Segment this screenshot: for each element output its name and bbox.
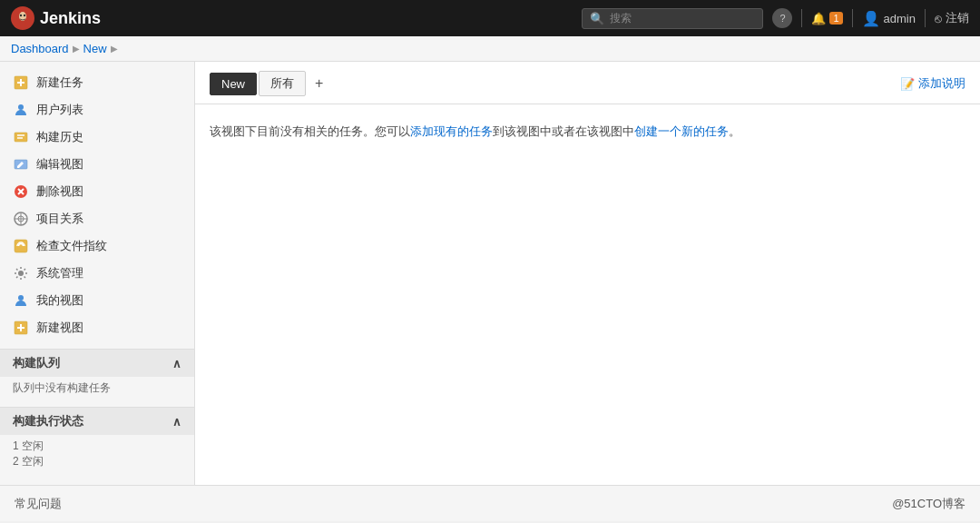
sidebar-label-edit-view: 编辑视图 bbox=[36, 156, 83, 173]
build-exec-item-2: 2 空闲 bbox=[13, 454, 181, 469]
sidebar-label-new-task: 新建任务 bbox=[36, 74, 83, 91]
breadcrumb-sep-2: ▶ bbox=[111, 44, 118, 54]
content-desc: 该视图下目前没有相关的任务。您可以 bbox=[210, 124, 410, 138]
add-existing-task-link[interactable]: 添加现有的任务 bbox=[410, 124, 493, 138]
build-queue-empty: 队列中没有构建任务 bbox=[13, 381, 111, 394]
build-queue-title: 构建队列 bbox=[13, 355, 60, 371]
main-area: New 所有 + 📝 添加说明 该视图下目前没有相关的任务。您可以添加现有的任务… bbox=[195, 62, 980, 485]
create-new-task-link[interactable]: 创建一个新的任务 bbox=[634, 124, 729, 138]
sidebar: 新建任务 用户列表 构建历史 编辑视图 删除视图 bbox=[0, 62, 195, 485]
breadcrumb-dashboard[interactable]: Dashboard bbox=[11, 42, 69, 55]
notifications-button[interactable]: 🔔 1 bbox=[811, 12, 842, 25]
svg-rect-5 bbox=[17, 23, 20, 27]
sidebar-item-system-manage[interactable]: 系统管理 bbox=[0, 260, 194, 287]
build-exec-header[interactable]: 构建执行状态 ∧ bbox=[0, 408, 194, 435]
build-exec-section: 构建执行状态 ∧ 1 空闲 2 空闲 bbox=[0, 407, 194, 473]
tab-bar: New 所有 + bbox=[210, 71, 330, 96]
help-button[interactable]: ? bbox=[772, 8, 792, 28]
check-fingerprint-icon bbox=[13, 238, 29, 254]
content-end: 。 bbox=[729, 124, 740, 138]
sidebar-label-check-fingerprint: 检查文件指纹 bbox=[36, 238, 107, 254]
build-queue-content: 队列中没有构建任务 bbox=[0, 377, 194, 400]
breadcrumb-sep-1: ▶ bbox=[73, 44, 80, 54]
sidebar-item-project-relation[interactable]: 项目关系 bbox=[0, 205, 194, 232]
notification-badge: 1 bbox=[829, 12, 842, 25]
layout: 新建任务 用户列表 构建历史 编辑视图 删除视图 bbox=[0, 62, 980, 485]
sidebar-label-delete-view: 删除视图 bbox=[36, 183, 83, 200]
logo: Jenkins bbox=[11, 6, 101, 30]
footer-left: 常见问题 bbox=[15, 496, 62, 512]
svg-point-24 bbox=[18, 295, 24, 301]
logout-label: 注销 bbox=[946, 10, 969, 26]
sidebar-label-system-manage: 系统管理 bbox=[36, 265, 83, 281]
build-queue-section: 构建队列 ∧ 队列中没有构建任务 bbox=[0, 349, 194, 400]
add-description-icon: 📝 bbox=[900, 77, 915, 91]
add-description-button[interactable]: 📝 添加说明 bbox=[900, 75, 965, 92]
sidebar-label-build-history: 构建历史 bbox=[36, 129, 83, 145]
project-relation-icon bbox=[13, 211, 29, 227]
user-icon: 👤 bbox=[862, 10, 880, 27]
svg-rect-11 bbox=[15, 133, 27, 142]
delete-view-icon bbox=[13, 183, 29, 200]
main-content: 该视图下目前没有相关的任务。您可以添加现有的任务到该视图中或者在该视图中创建一个… bbox=[195, 104, 980, 160]
breadcrumb-new[interactable]: New bbox=[83, 42, 107, 55]
build-exec-content: 1 空闲 2 空闲 bbox=[0, 435, 194, 473]
sidebar-item-user-list[interactable]: 用户列表 bbox=[0, 96, 194, 123]
logout-button[interactable]: ⎋ 注销 bbox=[935, 10, 969, 26]
logo-icon bbox=[11, 6, 34, 30]
sidebar-label-project-relation: 项目关系 bbox=[36, 211, 83, 227]
user-menu[interactable]: 👤 admin bbox=[862, 10, 916, 27]
search-icon: 🔍 bbox=[590, 12, 604, 25]
system-manage-icon bbox=[13, 265, 29, 281]
build-exec-item-1: 1 空闲 bbox=[13, 439, 181, 454]
content-middle: 到该视图中或者在该视图中 bbox=[493, 124, 634, 138]
my-view-icon bbox=[13, 292, 29, 309]
user-name: admin bbox=[884, 12, 916, 25]
breadcrumb: Dashboard ▶ New ▶ bbox=[0, 36, 980, 62]
header-divider-3 bbox=[925, 9, 926, 27]
svg-point-23 bbox=[18, 271, 24, 276]
sidebar-item-my-view[interactable]: 我的视图 bbox=[0, 287, 194, 314]
tab-new[interactable]: New bbox=[210, 73, 257, 95]
logo-text: Jenkins bbox=[40, 9, 101, 28]
footer-right: @51CTO博客 bbox=[892, 496, 965, 512]
build-queue-collapse-icon: ∧ bbox=[172, 357, 181, 370]
header: Jenkins 🔍 ? 🔔 1 👤 admin ⎋ 注销 bbox=[0, 0, 980, 36]
sidebar-item-build-history[interactable]: 构建历史 bbox=[0, 123, 194, 151]
footer: 常见问题 @51CTO博客 bbox=[0, 485, 980, 521]
svg-rect-4 bbox=[19, 22, 26, 26]
sidebar-item-new-view[interactable]: 新建视图 bbox=[0, 314, 194, 341]
sidebar-label-new-view: 新建视图 bbox=[36, 320, 83, 336]
sidebar-label-my-view: 我的视图 bbox=[36, 292, 83, 309]
add-description-label: 添加说明 bbox=[918, 75, 965, 92]
main-toolbar: New 所有 + 📝 添加说明 bbox=[195, 62, 980, 104]
search-input[interactable] bbox=[610, 12, 737, 25]
sidebar-item-delete-view[interactable]: 删除视图 bbox=[0, 178, 194, 205]
build-exec-collapse-icon: ∧ bbox=[172, 415, 181, 429]
new-view-icon bbox=[13, 320, 29, 336]
build-exec-title: 构建执行状态 bbox=[13, 413, 83, 429]
build-history-icon bbox=[13, 129, 29, 145]
bell-icon: 🔔 bbox=[811, 12, 826, 25]
search-box[interactable]: 🔍 bbox=[582, 8, 763, 29]
tab-add-button[interactable]: + bbox=[308, 73, 330, 94]
header-divider-1 bbox=[801, 9, 802, 27]
header-divider-2 bbox=[852, 9, 853, 27]
sidebar-item-check-fingerprint[interactable]: 检查文件指纹 bbox=[0, 232, 194, 260]
tab-all[interactable]: 所有 bbox=[259, 71, 306, 96]
svg-point-10 bbox=[18, 104, 24, 110]
svg-point-3 bbox=[24, 15, 25, 16]
build-queue-header[interactable]: 构建队列 ∧ bbox=[0, 350, 194, 377]
logout-icon: ⎋ bbox=[935, 12, 942, 25]
sidebar-item-edit-view[interactable]: 编辑视图 bbox=[0, 151, 194, 178]
new-task-icon bbox=[13, 74, 29, 91]
edit-view-icon bbox=[13, 156, 29, 173]
sidebar-item-new-task[interactable]: 新建任务 bbox=[0, 69, 194, 96]
svg-rect-6 bbox=[25, 23, 28, 27]
svg-rect-22 bbox=[15, 240, 27, 252]
user-list-icon bbox=[13, 102, 29, 118]
svg-point-2 bbox=[20, 15, 22, 16]
sidebar-label-user-list: 用户列表 bbox=[36, 102, 83, 118]
